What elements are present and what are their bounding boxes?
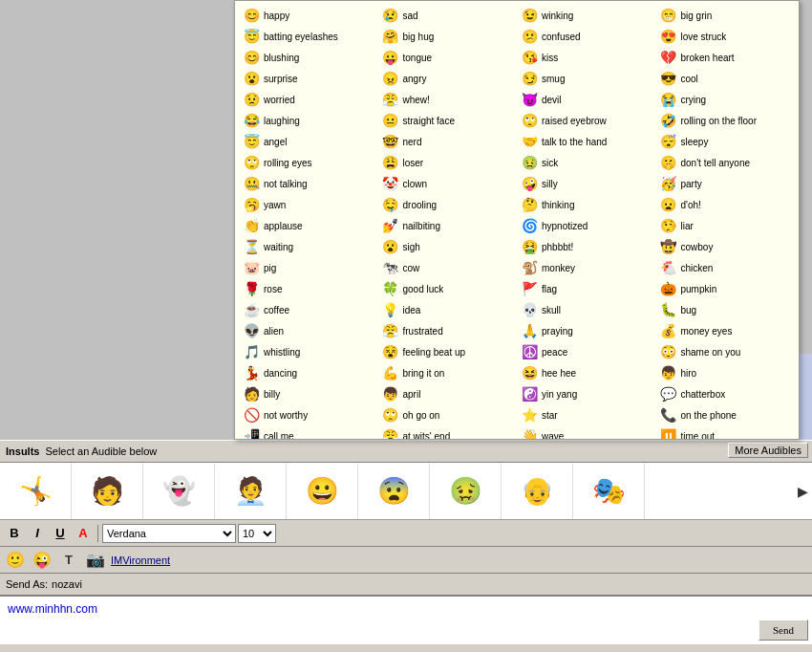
emoji-item[interactable]: 👋wave bbox=[517, 425, 656, 440]
more-audibles-button[interactable]: More Audibles bbox=[728, 443, 808, 458]
emoji-item[interactable]: 😮surprise bbox=[239, 68, 378, 89]
emoji-item[interactable]: 💔broken heart bbox=[656, 47, 796, 68]
emoji-item[interactable]: 🙏praying bbox=[517, 320, 656, 341]
emoji-item[interactable]: 💃dancing bbox=[239, 362, 378, 383]
emoji-item[interactable]: 🍀good luck bbox=[378, 278, 518, 299]
emoji-item[interactable]: 💅nailbiting bbox=[378, 215, 518, 236]
emoji-item[interactable]: 🎵whistling bbox=[239, 341, 378, 362]
emoji-item[interactable]: 😆hee hee bbox=[517, 362, 656, 383]
emoji-item[interactable]: 😩loser bbox=[378, 152, 518, 173]
emoji-item[interactable]: ⭐star bbox=[517, 404, 656, 425]
emoji-item[interactable]: 🥳party bbox=[656, 173, 796, 194]
emoji-item[interactable]: 🤝talk to the hand bbox=[517, 131, 656, 152]
audible-char-2[interactable]: 🧑 bbox=[72, 464, 143, 519]
emoji-item[interactable]: 👽alien bbox=[239, 320, 378, 341]
emoji-item[interactable]: 💬chatterbox bbox=[656, 383, 796, 404]
emoji-item[interactable]: 🤮phbbbt! bbox=[517, 236, 656, 257]
emoji-item[interactable]: 😴sleepy bbox=[656, 131, 796, 152]
emoji-item[interactable]: 😵feeling beat up bbox=[378, 341, 518, 362]
emoji-item[interactable]: 😂laughing bbox=[239, 110, 378, 131]
emoji-item[interactable]: ⏸️time out bbox=[656, 425, 796, 440]
emoji-item[interactable]: 🐄cow bbox=[378, 257, 518, 278]
send-button[interactable]: Send bbox=[759, 619, 808, 641]
emoji-item[interactable]: 🧑billy bbox=[239, 383, 378, 404]
color-button[interactable]: A bbox=[73, 523, 94, 544]
message-input[interactable]: www.minhhn.com bbox=[0, 597, 755, 644]
emoji-item[interactable]: 😤at wits' end bbox=[378, 425, 518, 440]
emoji-item[interactable]: 😦d'oh! bbox=[656, 194, 796, 215]
emoji-item[interactable]: 🐷pig bbox=[239, 257, 378, 278]
emoji-item[interactable]: ☕coffee bbox=[239, 299, 378, 320]
emoji-item[interactable]: 🌹rose bbox=[239, 278, 378, 299]
imvironment-label[interactable]: IMVironment bbox=[111, 554, 170, 566]
audibles-next-arrow[interactable]: ▶ bbox=[798, 484, 808, 499]
italic-button[interactable]: I bbox=[27, 523, 48, 544]
audible-char-3[interactable]: 👻 bbox=[143, 464, 215, 519]
emoji-item[interactable]: 😊blushing bbox=[239, 47, 378, 68]
text-button[interactable]: T bbox=[57, 549, 80, 572]
emoji-item[interactable]: 🙄oh go on bbox=[378, 404, 518, 425]
emoji-item[interactable]: 😎cool bbox=[656, 68, 796, 89]
emoji-item[interactable]: 😐straight face bbox=[378, 110, 518, 131]
emoji-item[interactable]: 🐛bug bbox=[656, 299, 796, 320]
emoji-item[interactable]: 👦april bbox=[378, 383, 518, 404]
emoji-item[interactable]: 🎃pumpkin bbox=[656, 278, 796, 299]
camera-button[interactable]: 📷 bbox=[84, 549, 107, 572]
emoji-item[interactable]: 😘kiss bbox=[517, 47, 656, 68]
emoji-item[interactable]: 🙄rolling eyes bbox=[239, 152, 378, 173]
emoji-item[interactable]: 💰money eyes bbox=[656, 320, 796, 341]
emoji-item[interactable]: 🤫don't tell anyone bbox=[656, 152, 796, 173]
font-select[interactable]: Verdana Arial Times New Roman bbox=[102, 524, 236, 543]
emoji-item[interactable]: 😊happy bbox=[239, 5, 378, 26]
emoji-item[interactable]: 🥱yawn bbox=[239, 194, 378, 215]
emoji-item[interactable]: 👦hiro bbox=[656, 362, 796, 383]
emoji-item[interactable]: 🐒monkey bbox=[517, 257, 656, 278]
emoji-item[interactable]: 😢sad bbox=[378, 5, 518, 26]
emoji-item[interactable]: 😁big grin bbox=[656, 5, 796, 26]
emoji-item[interactable]: 🤡clown bbox=[378, 173, 518, 194]
size-select[interactable]: 10 12 14 bbox=[238, 524, 276, 543]
emoji-item[interactable]: ☯️yin yang bbox=[517, 383, 656, 404]
audible-char-7[interactable]: 🤢 bbox=[430, 464, 502, 519]
emoji-item[interactable]: ⏳waiting bbox=[239, 236, 378, 257]
emoji-item[interactable]: 💪bring it on bbox=[378, 362, 518, 383]
audible-char-8[interactable]: 👴 bbox=[502, 464, 573, 519]
emoji-item[interactable]: 🌀hypnotized bbox=[517, 215, 656, 236]
audible-char-1[interactable]: 🤸 bbox=[0, 464, 72, 519]
audible-char-9[interactable]: 🎭 bbox=[573, 464, 645, 519]
emoji-item[interactable]: 💡idea bbox=[378, 299, 518, 320]
emoji-item[interactable]: 😮sigh bbox=[378, 236, 518, 257]
emoji-item[interactable]: 🤪silly bbox=[517, 173, 656, 194]
emoji-item[interactable]: 😇angel bbox=[239, 131, 378, 152]
emoji-item[interactable]: 🤔thinking bbox=[517, 194, 656, 215]
emoji-item[interactable]: 🚩flag bbox=[517, 278, 656, 299]
emoji-item[interactable]: 😳shame on you bbox=[656, 341, 796, 362]
emoji-item[interactable]: 🤤drooling bbox=[378, 194, 518, 215]
emoji-item[interactable]: 😕confused bbox=[517, 26, 656, 47]
audible-char-5[interactable]: 😀 bbox=[287, 464, 358, 519]
emoji-item[interactable]: 👏applause bbox=[239, 215, 378, 236]
emoji-item[interactable]: 😛tongue bbox=[378, 47, 518, 68]
emoji-item[interactable]: 🙄raised eyebrow bbox=[517, 110, 656, 131]
emoji-item[interactable]: 🐔chicken bbox=[656, 257, 796, 278]
emoji-item[interactable]: 📲call me bbox=[239, 425, 378, 440]
emoji-item[interactable]: 😤frustrated bbox=[378, 320, 518, 341]
emoji-item[interactable]: 🤗big hug bbox=[378, 26, 518, 47]
audible-char-6[interactable]: 😨 bbox=[358, 464, 430, 519]
emoji-item[interactable]: 🤓nerd bbox=[378, 131, 518, 152]
emoji-item[interactable]: 🤥liar bbox=[656, 215, 796, 236]
emoji-item[interactable]: 😏smug bbox=[517, 68, 656, 89]
emoji-item[interactable]: 🚫not worthy bbox=[239, 404, 378, 425]
emoji-item[interactable]: 😍love struck bbox=[656, 26, 796, 47]
emoji-item[interactable]: 🤠cowboy bbox=[656, 236, 796, 257]
wink-button[interactable]: 😜 bbox=[31, 549, 53, 572]
audible-char-4[interactable]: 🧑‍💼 bbox=[215, 464, 287, 519]
underline-button[interactable]: U bbox=[50, 523, 71, 544]
emoji-item[interactable]: 😠angry bbox=[378, 68, 518, 89]
emoji-item[interactable]: ☮️peace bbox=[517, 341, 656, 362]
emoji-item[interactable]: 🤣rolling on the floor bbox=[656, 110, 796, 131]
emoji-item[interactable]: 😟worried bbox=[239, 89, 378, 110]
smiley-button[interactable]: 🙂 bbox=[4, 549, 27, 572]
emoji-item[interactable]: 🤢sick bbox=[517, 152, 656, 173]
emoji-item[interactable]: 🤐not talking bbox=[239, 173, 378, 194]
